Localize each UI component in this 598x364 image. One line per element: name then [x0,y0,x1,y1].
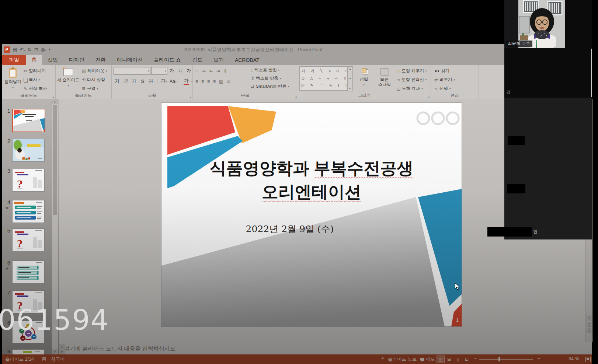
slide-thumbnail-3[interactable]: ? [12,169,45,192]
memo-toggle[interactable]: 메모 [420,356,435,363]
select-button[interactable]: ↖선택▾ [434,85,451,92]
tab-홈[interactable]: 홈 [26,55,42,65]
tab-파일[interactable]: 파일 [2,55,26,65]
shape-effects-button[interactable]: ◻도형 효과▾ [397,85,423,92]
italic-button[interactable]: 가 [123,78,128,84]
notes-pane[interactable]: 여기에 슬라이드 노트의 내용을 입력하십시오 ▲ ▼ [59,342,592,355]
notes-placeholder[interactable]: 여기에 슬라이드 노트의 내용을 입력하십시오 [64,345,175,352]
notes-scroll-down-icon[interactable]: ▼ [59,349,65,355]
slide-title-line1[interactable]: 식품영양학과 부복수전공생 [161,157,462,179]
shape-icon[interactable]: ▷ [302,83,305,88]
shape-icon[interactable]: ╲ [320,69,322,74]
slide-thumbnail-5[interactable]: ? [12,228,45,251]
copy-button[interactable]: 복사▾ [24,76,40,84]
shape-icon[interactable]: ↘ [328,69,331,74]
shape-icon[interactable]: 가 [311,69,314,74]
dialog-launcher-icon[interactable]: ⌟ [428,94,430,98]
shape-icon[interactable]: } [345,83,347,88]
shape-icon[interactable]: ◇ [302,76,305,80]
layout-button[interactable]: ▥레이아웃▾ [82,67,107,75]
reading-view-icon[interactable]: ▯ [454,356,462,363]
shape-icon[interactable]: ⌒ [319,83,323,88]
zoom-in-icon[interactable]: + [538,356,540,361]
underline-button[interactable]: 가 [131,78,137,84]
next-slide-icon[interactable]: ▼▼ [586,328,592,333]
slide-title-line2[interactable]: 오리엔테이션 [161,181,462,203]
format-painter-button[interactable]: ✎서식 복사 [24,85,47,92]
shape-icon[interactable]: ∿ [329,83,332,88]
slide-editing-surface[interactable]: 식품영양학과 부복수전공생 오리엔테이션 2022년 2월 9일 (수) 1 [161,102,462,327]
zoom-out-icon[interactable]: − [474,356,477,361]
paragraph-format-icon[interactable]: ≔ [202,69,206,73]
slide-sorter-icon[interactable]: ⊞ [445,356,453,363]
paragraph-format-icon[interactable]: ≡ [195,79,198,84]
slideshow-view-icon[interactable]: ⊡ [463,356,470,363]
shape-fill-button[interactable]: ◇도형 채우기▾ [397,67,427,75]
tab-검토[interactable]: 검토 [187,55,208,65]
shape-gallery-scroll[interactable]: ▴▾≂ [347,66,353,91]
paragraph-format-icon[interactable]: ∷ [195,69,198,73]
shape-icon[interactable]: ⌐ [319,76,321,80]
paragraph-format-icon[interactable]: ≣ [226,79,230,84]
tab-보기[interactable]: 보기 [208,55,229,65]
shape-icon[interactable]: ⇨ [335,76,338,80]
slide-date-text[interactable]: 2022년 2월 9일 (수) [209,223,371,235]
cut-button[interactable]: ✂잘라내기 [24,67,46,75]
replace-button[interactable]: ⇄바꾸기▾ [434,76,455,84]
shape-icon[interactable]: ⇩ [344,76,347,80]
text-shadow-button[interactable]: S [140,79,145,84]
bold-button[interactable]: 가 [114,78,120,84]
zoom-slider-thumb[interactable] [498,357,500,361]
previous-slide-icon[interactable]: ▲▲ [586,322,592,328]
strikethrough-button[interactable]: 가 [148,78,154,84]
font-color-button[interactable]: 가 [184,78,189,85]
paragraph-format-icon[interactable]: ≡ [201,79,204,84]
paragraph-format-icon[interactable]: ⇥ [216,69,220,73]
shape-icon[interactable]: □ [337,69,339,74]
paragraph-icons-row1[interactable]: ∷≔⇤⇥⇕ [195,67,227,75]
normal-view-icon[interactable]: ▤ [437,356,445,363]
slide-thumbnail-2[interactable] [12,139,45,162]
slide-thumbnail-9[interactable] [12,349,45,354]
notes-toggle[interactable]: 슬라이드 노트 [388,356,417,363]
slide-thumbnail-1[interactable] [12,109,45,132]
change-case-button[interactable]: Aa▾ [170,79,177,84]
grow-font-button[interactable]: 가 [169,68,174,74]
paragraph-format-icon[interactable]: ≡ [213,79,216,84]
text-direction-button[interactable]: ↕텍스트 방향▾ [251,66,279,74]
paste-button[interactable]: 붙여넣기▾ [3,66,23,95]
zoom-level[interactable]: 84 % [569,356,579,361]
section-button[interactable]: ≣구역▾ [82,85,98,92]
shape-icon[interactable]: ✎ [310,83,313,88]
scroll-down-icon[interactable]: ▼ [52,349,58,354]
scrollbar-thumb[interactable] [53,105,57,215]
new-slide-button[interactable]: 새 슬라이드▾ [57,66,80,95]
notes-scroll-up-icon[interactable]: ▲ [59,344,65,349]
dialog-launcher-icon[interactable]: ⌟ [295,94,297,98]
font-size-combo[interactable]: ▾ [151,67,167,75]
dialog-launcher-icon[interactable]: ⌟ [53,94,54,98]
tab-디자인[interactable]: 디자인 [63,55,90,65]
scroll-down-icon[interactable]: ▼ [586,315,592,321]
clear-formatting-button[interactable]: 가 [186,68,191,74]
slide-thumbnail-4[interactable] [12,200,45,223]
quick-styles-button[interactable]: 빠른 스타일 [375,66,394,95]
paragraph-icons-row2[interactable]: ≡≡≡≡▥≣ [195,77,230,85]
shape-icon[interactable]: ¬ [327,76,329,80]
language-indicator[interactable]: 한국어 [51,356,65,363]
paragraph-format-icon[interactable]: ▥ [219,79,223,84]
paragraph-format-icon[interactable]: ⇤ [209,69,213,73]
paragraph-format-icon[interactable]: ⇕ [223,69,227,73]
shape-gallery[interactable]: 가가╲↘□○◇△⌐¬⇨⇩▷✎⌒∿{} [299,66,349,91]
tab-전환[interactable]: 전환 [90,55,111,65]
tab-삽입[interactable]: 삽입 [42,55,63,65]
align-text-button[interactable]: ⇕텍스트 맞춤▾ [251,74,281,82]
shrink-font-button[interactable]: 가 [177,69,183,74]
shape-icon[interactable]: △ [310,76,313,80]
tab-애니메이션[interactable]: 애니메이션 [111,55,148,65]
scroll-up-icon[interactable]: ▲ [52,99,58,104]
dialog-launcher-icon[interactable]: ⌟ [190,94,191,98]
slide-indicator[interactable]: 슬라이드 1/14 [5,356,34,363]
character-spacing-button[interactable]: 간▾ [161,78,167,84]
paragraph-format-icon[interactable]: ≡ [207,79,210,84]
